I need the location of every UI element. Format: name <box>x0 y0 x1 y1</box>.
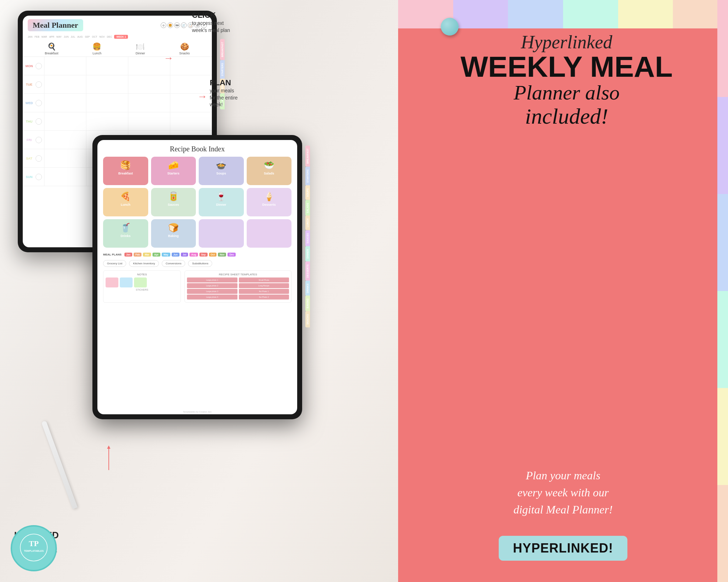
month-feb[interactable]: FEB <box>34 36 39 38</box>
month-tab-jun[interactable]: Jun <box>172 253 180 257</box>
day-circle-thu[interactable] <box>36 118 42 125</box>
icon-circle-3[interactable]: 🍽 <box>174 22 180 28</box>
template-small-photo[interactable]: Small Photo <box>239 277 289 282</box>
template-large-photo-1[interactable]: Large photo 1 <box>187 277 237 282</box>
day-cell-sun-1[interactable] <box>44 168 86 186</box>
recipe-lunch-label: Lunch <box>121 203 130 206</box>
side-tab-breakfast[interactable]: BREAKFAST <box>220 39 225 60</box>
grocery-list-btn[interactable]: Grocery List <box>103 260 126 267</box>
substitutions-btn[interactable]: Substitutions <box>188 260 212 267</box>
recipe-card-soups[interactable]: 🍲 Soups <box>199 157 244 185</box>
right-strip-5 <box>717 388 728 485</box>
month-jun[interactable]: JUN <box>64 36 69 38</box>
day-cell-tue-1[interactable] <box>44 75 86 93</box>
month-oct[interactable]: OCT <box>92 36 97 38</box>
month-tab-mar[interactable]: Mar <box>143 253 151 257</box>
side-tab-b-drinks[interactable]: DRINKS <box>305 281 310 296</box>
month-tab-oct[interactable]: Oct <box>209 253 217 257</box>
conversions-btn[interactable]: Conversions <box>162 260 185 267</box>
side-tab-starters[interactable]: STARTERS <box>220 60 225 79</box>
recipe-templates-box: RECIPE SHEET TEMPLATES Large photo 1 Sma… <box>184 270 291 303</box>
month-tab-jul[interactable]: Jul <box>181 253 188 257</box>
template-long-recipe[interactable]: Long Recipe <box>239 283 289 288</box>
template-large-photo-3[interactable]: Large photo 3 <box>187 289 237 294</box>
side-tab-b-sauces[interactable]: SAUCES <box>305 230 310 246</box>
icon-circle-4[interactable]: 🛒 <box>181 22 187 28</box>
recipe-card-baking[interactable]: 🍞 Baking <box>151 219 196 248</box>
day-cell-wed-2[interactable] <box>86 94 128 112</box>
side-tab-b-dinner[interactable]: DINNER <box>305 246 310 262</box>
side-tab-b-baking[interactable]: BAKING <box>305 296 310 311</box>
day-cell-thu-1[interactable] <box>44 112 86 130</box>
strip-purple <box>453 0 508 28</box>
recipe-card-desserts[interactable]: 🍦 Desserts <box>247 188 292 216</box>
recipe-card-starters[interactable]: 🧀 Starters <box>151 157 196 185</box>
day-cell-sat-1[interactable] <box>44 149 86 167</box>
day-circle-sat[interactable] <box>36 155 42 162</box>
day-cell-mon-1[interactable] <box>44 57 86 75</box>
icon-circle-2[interactable]: 🍔 <box>167 22 173 28</box>
recipe-card-lunch[interactable]: 🍕 Lunch <box>103 188 148 216</box>
side-tab-b-desserts[interactable]: DESSERTS <box>305 262 310 281</box>
recipe-card-sauces[interactable]: 🥫 Sauces <box>151 188 196 216</box>
hyperlinked-badge[interactable]: HYPERLINKED! <box>499 536 627 561</box>
kitchen-inventory-btn[interactable]: Kitchen Inventory <box>129 260 159 267</box>
side-tab-b-salads[interactable]: SALADS <box>305 200 310 216</box>
month-nov[interactable]: NOV <box>100 36 105 38</box>
month-tab-nov[interactable]: Nov <box>218 253 226 257</box>
day-cell-wed-1[interactable] <box>44 94 86 112</box>
month-may[interactable]: MAY <box>57 36 62 38</box>
day-circle-wed[interactable] <box>36 100 42 106</box>
side-tab-b-starters[interactable]: STARTERS <box>305 167 310 185</box>
month-apr[interactable]: APR <box>49 36 54 38</box>
side-tab-b-soups[interactable]: SOUPS <box>305 185 310 200</box>
month-tab-feb[interactable]: Feb <box>134 253 141 257</box>
side-tab-b-lunch[interactable]: LUNCH <box>305 216 310 230</box>
day-cell-thu-3[interactable] <box>128 112 170 130</box>
recipe-card-empty-1[interactable] <box>199 219 244 248</box>
day-cell-tue-3[interactable] <box>128 75 170 93</box>
day-cell-tue-2[interactable] <box>86 75 128 93</box>
day-circle-tue[interactable] <box>36 81 42 88</box>
recipe-starters-label: Starters <box>167 172 180 175</box>
day-cell-thu-2[interactable] <box>86 112 128 130</box>
side-tab-b-snacks[interactable]: SNACKS <box>305 311 310 328</box>
template-no-photo-2[interactable]: No Photo 2 <box>239 295 289 300</box>
template-row-1: Large photo 1 Small Photo <box>187 277 289 282</box>
template-large-photo-4[interactable]: Large photo 4 <box>187 295 237 300</box>
day-circle-sun[interactable] <box>36 174 42 180</box>
day-circle-mon[interactable] <box>36 63 42 69</box>
recipe-card-dinner[interactable]: 🍷 Dinner <box>199 188 244 216</box>
recipe-card-empty-2[interactable] <box>247 219 292 248</box>
month-aug[interactable]: AUG <box>77 36 83 38</box>
week-badge[interactable]: WEEK 1 <box>114 35 128 39</box>
recipe-card-drinks[interactable]: 🥤 Drinks <box>103 219 148 248</box>
day-cell-fri-1[interactable] <box>44 131 86 149</box>
icon-circle-1[interactable]: ☺ <box>161 22 166 28</box>
month-tab-aug[interactable]: Aug <box>189 253 198 257</box>
month-tab-dec[interactable]: Dec <box>228 253 236 257</box>
day-cell-wed-3[interactable] <box>128 94 170 112</box>
notes-stickers <box>106 277 178 287</box>
day-circle-fri[interactable] <box>36 137 42 143</box>
side-tab-b-breakfast[interactable]: BREAKFAST <box>305 146 310 167</box>
month-jan[interactable]: JAN <box>28 36 32 38</box>
click-title: CLICK <box>192 11 230 20</box>
day-cell-mon-4[interactable] <box>170 57 212 75</box>
month-tab-jan[interactable]: Jan <box>124 253 132 257</box>
month-tab-sep[interactable]: Sep <box>199 253 208 257</box>
month-jul[interactable]: JUL <box>71 36 75 38</box>
day-cell-thu-4[interactable] <box>170 112 212 130</box>
month-tab-apr[interactable]: Apr <box>152 253 160 257</box>
month-sep[interactable]: SEP <box>85 36 90 38</box>
recipe-card-salads[interactable]: 🥗 Salads <box>247 157 292 185</box>
template-large-photo-2[interactable]: Large photo 2 <box>187 283 237 288</box>
month-dec[interactable]: DEC <box>107 36 112 38</box>
recipe-card-breakfast[interactable]: 🥞 Breakfast <box>103 157 148 185</box>
plan-text: your mealsfor the entireweek! <box>210 87 238 108</box>
recipe-breakfast-label: Breakfast <box>118 172 133 175</box>
day-cell-mon-2[interactable] <box>86 57 128 75</box>
template-no-photo-1[interactable]: No Photo 1 <box>239 289 289 294</box>
month-tab-may[interactable]: May <box>162 253 170 257</box>
month-mar[interactable]: MAR <box>42 36 47 38</box>
